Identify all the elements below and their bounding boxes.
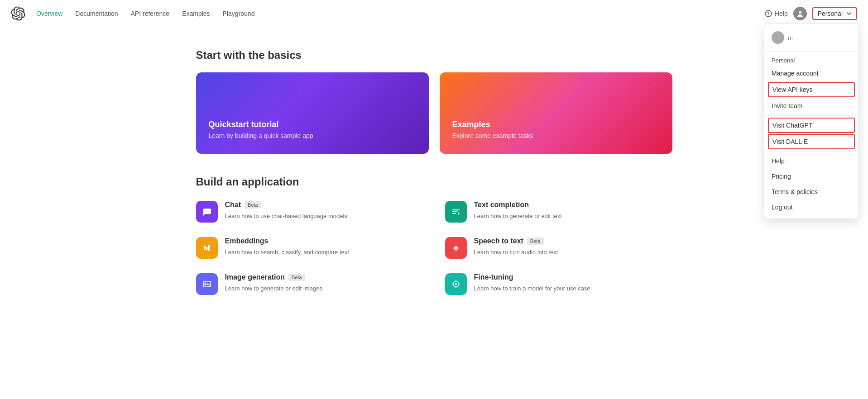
embeddings-desc: Learn how to search, classify, and compa… [225,248,423,257]
app-item-text-completion[interactable]: Text completion Learn how to generate or… [445,201,672,223]
app-item-fine-tuning[interactable]: Fine-tuning Learn how to train a model f… [445,273,672,295]
app-item-chat[interactable]: Chat Beta Learn how to use chat-based la… [196,201,423,223]
embeddings-info: Embeddings Learn how to search, classify… [225,237,423,257]
svg-point-9 [205,283,206,284]
app-grid: Chat Beta Learn how to use chat-based la… [196,201,672,295]
basics-section-title: Start with the basics [196,49,672,62]
dropdown-invite-team[interactable]: Invite team [764,98,858,114]
embeddings-name-row: Embeddings [225,237,423,245]
main-nav: Overview Documentation API reference Exa… [36,10,765,17]
svg-point-7 [455,247,457,249]
image-generation-icon [196,273,218,295]
dropdown-logout[interactable]: Log out [764,200,858,215]
user-avatar [793,7,807,20]
chat-info: Chat Beta Learn how to use chat-based la… [225,201,423,221]
app-item-speech-to-text[interactable]: Speech to text Beta Learn how to turn au… [445,237,672,259]
help-button[interactable]: Help [765,10,788,17]
chat-name: Chat [225,201,241,209]
dropdown-user-bar: m [772,31,851,44]
image-generation-name: Image generation [225,273,285,281]
examples-card[interactable]: Examples Explore some example tasks [440,72,672,154]
nav-documentation[interactable]: Documentation [75,10,118,17]
dropdown-divider-1 [764,115,858,116]
dropdown-help[interactable]: Help [764,153,858,169]
dropdown-view-api-keys[interactable]: View API keys [768,82,855,97]
text-completion-info: Text completion Learn how to generate or… [474,201,672,221]
dropdown-menu: m Personal Manage account View API keys … [764,24,859,219]
openai-logo [11,6,25,21]
fine-tuning-info: Fine-tuning Learn how to train a model f… [474,273,672,293]
app-item-embeddings[interactable]: Embeddings Learn how to search, classify… [196,237,423,259]
chevron-down-icon [846,11,852,16]
dropdown-visit-chatgpt[interactable]: Visit ChatGPT [768,118,855,133]
svg-point-11 [455,283,457,285]
nav-api-reference[interactable]: API reference [131,10,170,17]
chat-name-row: Chat Beta [225,201,423,209]
dropdown-header: m [764,28,858,52]
chat-desc: Learn how to use chat-based language mod… [225,212,423,221]
main-content: Start with the basics Quickstart tutoria… [185,27,683,317]
dropdown-terms[interactable]: Terms & policies [764,184,858,200]
text-completion-icon [445,201,467,223]
quickstart-card-desc: Learn by building a quick sample app [209,132,416,139]
image-generation-desc: Learn how to generate or edit images [225,284,423,293]
quickstart-card[interactable]: Quickstart tutorial Learn by building a … [196,72,429,154]
speech-to-text-badge: Beta [527,238,544,245]
nav-overview[interactable]: Overview [36,10,62,17]
app-item-image-generation[interactable]: Image generation Beta Learn how to gener… [196,273,423,295]
hero-cards: Quickstart tutorial Learn by building a … [196,72,672,154]
image-generation-info: Image generation Beta Learn how to gener… [225,273,423,293]
fine-tuning-name-row: Fine-tuning [474,273,672,281]
examples-card-title: Examples [452,120,660,129]
embeddings-icon [196,237,218,259]
speech-to-text-desc: Learn how to turn audio into text [474,248,672,257]
dropdown-divider-2 [764,151,858,152]
svg-rect-3 [204,246,206,250]
dropdown-manage-account[interactable]: Manage account [764,66,858,81]
dropdown-pricing[interactable]: Pricing [764,169,858,184]
header-right: Help Personal [765,7,857,20]
text-completion-name: Text completion [474,201,529,209]
dropdown-personal-label: Personal [764,53,858,66]
build-section-title: Build an application [196,176,672,188]
speech-to-text-info: Speech to text Beta Learn how to turn au… [474,237,672,257]
dropdown-visit-dalle[interactable]: Visit DALL·E [768,134,855,149]
chat-icon [196,201,218,223]
personal-label: Personal [818,10,843,17]
personal-button[interactable]: Personal [812,7,857,20]
fine-tuning-icon [445,273,467,295]
nav-examples[interactable]: Examples [182,10,210,17]
text-completion-name-row: Text completion [474,201,672,209]
help-circle-icon [765,10,772,17]
speech-to-text-name: Speech to text [474,237,523,245]
examples-card-desc: Explore some example tasks [452,132,660,139]
svg-point-1 [768,14,769,15]
fine-tuning-desc: Learn how to train a model for your use … [474,284,672,293]
help-label: Help [775,10,788,17]
speech-to-text-icon [445,237,467,259]
chat-badge: Beta [245,201,261,209]
image-generation-badge: Beta [288,274,305,281]
image-generation-name-row: Image generation Beta [225,273,423,281]
svg-rect-4 [206,247,207,250]
speech-to-text-name-row: Speech to text Beta [474,237,672,245]
fine-tuning-name: Fine-tuning [474,273,513,281]
nav-playground[interactable]: Playground [223,10,255,17]
svg-rect-5 [208,245,210,251]
quickstart-card-title: Quickstart tutorial [209,120,416,129]
embeddings-name: Embeddings [225,237,269,245]
dropdown-username: m [788,34,793,41]
header: Overview Documentation API reference Exa… [0,0,868,27]
dropdown-avatar [772,31,784,44]
text-completion-desc: Learn how to generate or edit text [474,212,672,221]
